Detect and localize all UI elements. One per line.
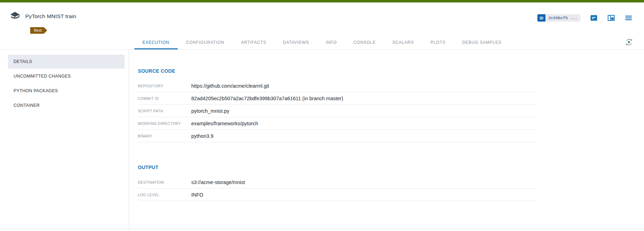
- content: DETAILSUNCOMMITTED CHANGESPYTHON PACKAGE…: [0, 50, 644, 231]
- detail-row-repository: REPOSITORYhttps://github.com/acme/clearm…: [138, 80, 537, 92]
- tab-console[interactable]: CONSOLE: [345, 36, 384, 49]
- section-title: OUTPUT: [138, 165, 537, 170]
- tab-artifacts[interactable]: ARTIFACTS: [233, 36, 275, 49]
- tab-scalars[interactable]: SCALARS: [384, 36, 422, 49]
- detail-row-working-directory: WORKING DIRECTORYexamples/frameworks/pyt…: [138, 117, 537, 130]
- page-title: PyTorch MNIST train: [25, 13, 76, 19]
- row-label: BINARY: [138, 134, 191, 138]
- experiment-id-chip[interactable]: ID 2c65bcf5 ...: [537, 14, 580, 22]
- sidebar-item-details[interactable]: DETAILS: [8, 55, 125, 69]
- sidebar-item-container[interactable]: CONTAINER: [8, 98, 125, 112]
- detail-rows: DESTINATIONs3://acme-storage/mnistLOG LE…: [138, 176, 537, 201]
- title-row: PyTorch MNIST train: [9, 11, 76, 22]
- row-value: 82ad4205ec2b507a2ac72bdfe399b307a7a61611…: [191, 96, 343, 101]
- row-value: pytorch_mnist.py: [191, 108, 229, 114]
- execution-sidebar: DETAILSUNCOMMITTED CHANGESPYTHON PACKAGE…: [0, 50, 129, 231]
- bottom-divider: [0, 229, 644, 229]
- best-tag-label: Best: [34, 28, 42, 32]
- main-panel: SOURCE CODEREPOSITORYhttps://github.com/…: [129, 50, 644, 231]
- experiment-icon: [9, 11, 20, 22]
- sidebar-item-python-packages[interactable]: PYTHON PACKAGES: [8, 84, 125, 98]
- row-label: DESTINATION: [138, 180, 191, 184]
- row-label: LOG LEVEL: [138, 193, 191, 197]
- tab-info[interactable]: INFO: [317, 36, 345, 49]
- section-source-code: SOURCE CODEREPOSITORYhttps://github.com/…: [138, 68, 537, 142]
- detail-row-destination: DESTINATIONs3://acme-storage/mnist: [138, 176, 537, 189]
- detail-row-script-path: SCRIPT PATHpytorch_mnist.py: [138, 105, 537, 117]
- row-label: REPOSITORY: [138, 84, 191, 88]
- status-color-bar: [0, 0, 644, 2]
- menu-icon[interactable]: [625, 14, 633, 22]
- section-title: SOURCE CODE: [138, 68, 537, 74]
- row-value: https://github.com/acme/clearml.git: [191, 83, 269, 89]
- header: PyTorch MNIST train Best ID 2c65bcf5 ...: [0, 2, 644, 50]
- row-label: SCRIPT PATH: [138, 109, 191, 113]
- row-label: WORKING DIRECTORY: [138, 121, 191, 126]
- id-badge: ID: [537, 14, 545, 22]
- app-window: PUBLISHED PyTorch MNIST train Best ID 2c…: [0, 0, 644, 231]
- info-panel-icon[interactable]: [607, 14, 615, 22]
- tab-execution[interactable]: EXECUTION: [134, 36, 178, 49]
- sidebar-item-uncommitted-changes[interactable]: UNCOMMITTED CHANGES: [8, 69, 125, 83]
- tab-debug-samples[interactable]: DEBUG SAMPLES: [454, 36, 510, 49]
- detail-row-log-level: LOG LEVELINFO: [138, 189, 537, 201]
- row-value: s3://acme-storage/mnist: [191, 180, 245, 185]
- tab-bar: EXECUTIONCONFIGURATIONARTIFACTSDATAVIEWS…: [0, 36, 644, 49]
- task-details-icon[interactable]: [590, 14, 598, 22]
- id-value: 2c65bcf5 ...: [545, 14, 580, 22]
- row-value: examples/frameworks/pytorch: [191, 121, 258, 126]
- row-value: INFO: [191, 192, 203, 198]
- auto-refresh-icon[interactable]: [625, 38, 634, 47]
- tab-configuration[interactable]: CONFIGURATION: [178, 36, 233, 49]
- row-label: COMMIT ID: [138, 96, 191, 101]
- row-value: python3.9: [191, 133, 214, 139]
- best-tag: Best: [30, 27, 47, 34]
- detail-rows: REPOSITORYhttps://github.com/acme/clearm…: [138, 80, 537, 142]
- header-actions: ID 2c65bcf5 ...: [537, 14, 633, 22]
- detail-row-binary: BINARYpython3.9: [138, 130, 537, 142]
- section-output: OUTPUTDESTINATIONs3://acme-storage/mnist…: [138, 165, 537, 201]
- tab-dataviews[interactable]: DATAVIEWS: [275, 36, 317, 49]
- tab-plots[interactable]: PLOTS: [422, 36, 454, 49]
- detail-row-commit-id: COMMIT ID82ad4205ec2b507a2ac72bdfe399b30…: [138, 92, 537, 105]
